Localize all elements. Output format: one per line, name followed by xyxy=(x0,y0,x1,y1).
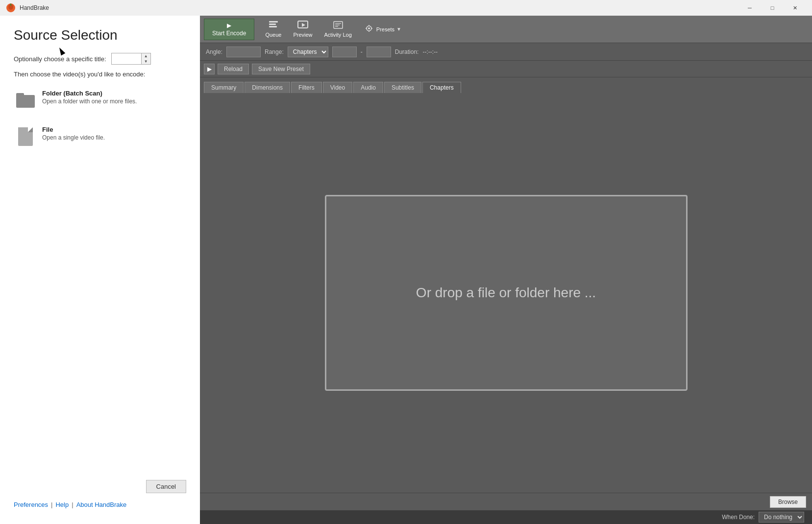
preview-icon xyxy=(297,21,308,31)
queue-icon xyxy=(268,21,279,31)
choose-label: Then choose the video(s) you'd like to e… xyxy=(14,71,186,78)
angle-label: Angle: xyxy=(206,48,222,55)
preview-button[interactable]: Preview xyxy=(288,19,317,40)
folder-option-text: Folder (Batch Scan) Open a folder with o… xyxy=(42,90,137,105)
svg-rect-5 xyxy=(269,26,277,27)
activity-log-icon xyxy=(333,21,344,31)
maximize-button[interactable]: □ xyxy=(761,0,784,16)
when-done-label: When Done: xyxy=(722,514,755,521)
tab-dimensions[interactable]: Dimensions xyxy=(245,82,290,93)
bottom-bar: Browse xyxy=(200,493,812,510)
tab-video[interactable]: Video xyxy=(323,82,352,93)
queue-button[interactable]: Queue xyxy=(260,19,286,40)
range-label: Range: xyxy=(265,48,284,55)
title-row: Optionally choose a specific title: ▲ ▼ xyxy=(14,53,186,65)
cancel-row: Cancel xyxy=(14,480,186,493)
app-logo xyxy=(6,3,16,13)
cancel-button[interactable]: Cancel xyxy=(146,480,186,493)
range-dash: - xyxy=(361,48,363,55)
spinbox-buttons: ▲ ▼ xyxy=(141,53,150,64)
start-encode-label: Start Encode xyxy=(212,30,246,37)
close-button[interactable]: ✕ xyxy=(784,0,806,16)
window-controls: ─ □ ✕ xyxy=(738,0,806,16)
spinbox-down[interactable]: ▼ xyxy=(142,59,150,64)
title-spinbox[interactable]: ▲ ▼ xyxy=(111,53,151,65)
sep1: | xyxy=(51,501,52,508)
help-link[interactable]: Help xyxy=(55,501,69,508)
source-selection-panel: Source Selection Optionally choose a spe… xyxy=(0,16,200,524)
presets-icon xyxy=(364,24,374,34)
file-option-text: File Open a single video file. xyxy=(42,126,105,141)
tab-audio[interactable]: Audio xyxy=(353,82,383,93)
tab-filters[interactable]: Filters xyxy=(291,82,322,93)
hb-main: ▶ Start Encode Queue xyxy=(200,16,812,524)
about-link[interactable]: About HandBrake xyxy=(76,501,127,508)
drop-zone-container: Or drop a file or folder here ... xyxy=(200,93,812,493)
sep2: | xyxy=(72,501,73,508)
tab-chapters[interactable]: Chapters xyxy=(422,82,461,93)
svg-point-13 xyxy=(368,27,370,29)
folder-option-title: Folder (Batch Scan) xyxy=(42,90,137,97)
activity-log-button[interactable]: Activity Log xyxy=(320,19,357,40)
footer-links: Preferences | Help | About HandBrake xyxy=(14,501,186,508)
svg-marker-7 xyxy=(302,23,305,27)
folder-option[interactable]: Folder (Batch Scan) Open a folder with o… xyxy=(14,88,186,113)
start-icon: ▶ xyxy=(227,22,231,29)
reload-button[interactable]: Reload xyxy=(218,64,249,74)
title-label: Optionally choose a specific title: xyxy=(14,55,106,63)
preferences-link[interactable]: Preferences xyxy=(14,501,48,508)
angle-input[interactable] xyxy=(226,47,261,57)
file-option-title: File xyxy=(42,126,105,133)
titlebar: HandBrake ─ □ ✕ xyxy=(0,0,812,16)
status-bar: When Done: Do nothing xyxy=(200,510,812,524)
main-container: Source Selection Optionally choose a spe… xyxy=(0,16,812,524)
save-new-preset-button[interactable]: Save New Preset xyxy=(252,64,310,74)
minimize-button[interactable]: ─ xyxy=(738,0,761,16)
presets-button[interactable]: Presets ▼ xyxy=(359,22,406,36)
file-icon xyxy=(16,126,35,147)
start-encode-button[interactable]: ▶ Start Encode xyxy=(204,19,254,40)
file-option[interactable]: File Open a single video file. xyxy=(14,124,186,149)
chapters-select[interactable]: Chapters xyxy=(288,47,328,57)
svg-rect-4 xyxy=(269,24,276,25)
folder-icon xyxy=(16,90,35,111)
when-done-select[interactable]: Do nothing xyxy=(759,512,804,523)
presets-dropdown-icon: ▼ xyxy=(396,26,401,32)
tabs-bar: Summary Dimensions Filters Video Audio S… xyxy=(200,77,812,93)
svg-rect-3 xyxy=(269,21,278,23)
app-title: HandBrake xyxy=(20,4,738,11)
toolbar: ▶ Start Encode Queue xyxy=(200,16,812,43)
range-to-input[interactable] xyxy=(367,47,391,57)
source-panel-heading: Source Selection xyxy=(14,27,186,43)
range-from-input[interactable] xyxy=(332,47,357,57)
file-option-desc: Open a single video file. xyxy=(42,134,105,141)
tab-subtitles[interactable]: Subtitles xyxy=(384,82,421,93)
duration-value: --:--:-- xyxy=(422,48,438,55)
activity-log-label: Activity Log xyxy=(324,32,352,38)
presets-label: Presets xyxy=(376,26,394,32)
browse-button[interactable]: Browse xyxy=(770,496,806,508)
svg-rect-2 xyxy=(10,3,11,6)
queue-label: Queue xyxy=(265,32,281,38)
duration-label: Duration: xyxy=(395,48,419,55)
spinbox-up[interactable]: ▲ xyxy=(142,53,150,59)
drop-zone-text: Or drop a file or folder here ... xyxy=(416,285,596,301)
folder-option-desc: Open a folder with one or more files. xyxy=(42,98,137,105)
range-bar: Angle: Range: Chapters - Duration: --:--… xyxy=(200,43,812,61)
drop-zone[interactable]: Or drop a file or folder here ... xyxy=(325,195,688,391)
preview-label: Preview xyxy=(293,32,312,38)
preset-arrow-button[interactable]: ▶ xyxy=(204,64,215,74)
title-input[interactable] xyxy=(112,53,141,64)
tab-summary[interactable]: Summary xyxy=(204,82,244,93)
preset-bar: ▶ Reload Save New Preset xyxy=(200,61,812,77)
